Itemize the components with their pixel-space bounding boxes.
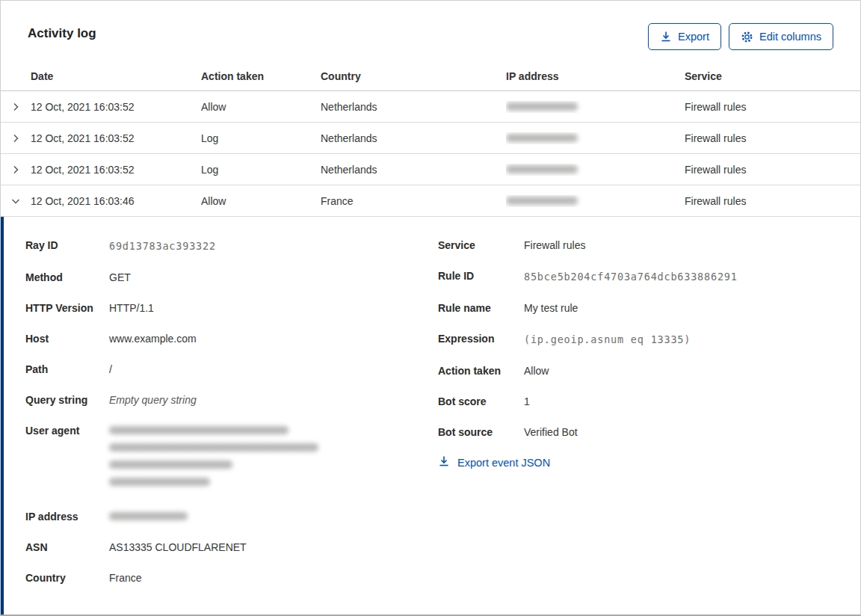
- redacted-ip-blur: [506, 102, 578, 111]
- row-service: Firewall rules: [685, 132, 860, 144]
- export-event-json-link[interactable]: Export event JSON: [438, 455, 550, 469]
- detail-field-bot-score: Bot score 1: [438, 392, 827, 410]
- table-row[interactable]: 12 Oct, 2021 16:03:52 Allow Netherlands …: [1, 91, 860, 123]
- export-button[interactable]: Export: [648, 23, 721, 50]
- bot-source-value: Verified Bot: [524, 423, 578, 441]
- redacted-ip-blur: [506, 134, 578, 142]
- row-ip-redacted: [506, 164, 685, 176]
- action-taken-value: Allow: [524, 362, 549, 380]
- asn-value: AS13335 CLOUDFLARENET: [109, 538, 247, 556]
- detail-field-rule-id: Rule ID 85bce5b204cf4703a764dcb633886291: [438, 267, 827, 286]
- column-header-service: Service: [685, 70, 860, 82]
- event-detail-panel: Ray ID 69d13783ac393322 Method GET HTTP …: [1, 217, 860, 616]
- activity-log-panel: Activity log Export Edit columns: [0, 0, 861, 616]
- download-icon: [660, 31, 672, 43]
- row-service: Firewall rules: [685, 101, 860, 113]
- detail-field-country: Country France: [25, 569, 399, 587]
- row-service: Firewall rules: [685, 195, 860, 207]
- country-value: France: [109, 569, 142, 587]
- detail-field-path: Path /: [25, 360, 399, 378]
- chevron-right-icon[interactable]: [1, 164, 31, 175]
- redacted-ip-blur: [506, 197, 578, 205]
- row-date: 12 Oct, 2021 16:03:52: [31, 164, 201, 176]
- row-country: Netherlands: [321, 101, 506, 113]
- redacted-ip-blur: [109, 512, 188, 520]
- rule-name-value: My test rule: [524, 299, 578, 317]
- export-button-label: Export: [678, 31, 709, 43]
- detail-field-service: Service Firewall rules: [438, 236, 827, 254]
- column-header-ip-address: IP address: [506, 70, 685, 82]
- detail-right-column: Service Firewall rules Rule ID 85bce5b20…: [438, 236, 827, 470]
- detail-field-action-taken: Action taken Allow: [438, 362, 827, 380]
- table-row[interactable]: 12 Oct, 2021 16:03:52 Log Netherlands Fi…: [1, 123, 860, 154]
- row-ip-redacted: [506, 195, 685, 207]
- row-country: Netherlands: [321, 164, 506, 176]
- path-value: /: [109, 360, 112, 378]
- table-header-row: Date Action taken Country IP address Ser…: [1, 62, 860, 91]
- chevron-down-icon[interactable]: [1, 196, 31, 206]
- rule-id-value: 85bce5b204cf4703a764dcb633886291: [524, 267, 742, 286]
- redacted-ip-blur: [506, 165, 578, 173]
- query-string-value: Empty query string: [109, 391, 197, 409]
- column-header-date: Date: [31, 70, 201, 82]
- header-bar: Activity log Export Edit columns: [1, 1, 860, 62]
- expression-value: (ip.geoip.asnum eq 13335): [524, 330, 691, 349]
- export-event-json-label: Export event JSON: [457, 457, 550, 469]
- detail-field-http-version: HTTP Version HTTP/1.1: [25, 299, 399, 317]
- row-action: Log: [201, 164, 321, 176]
- detail-field-rule-name: Rule name My test rule: [438, 299, 827, 317]
- header-actions: Export Edit columns: [648, 23, 833, 50]
- row-date: 12 Oct, 2021 16:03:52: [31, 132, 201, 144]
- row-country: Netherlands: [321, 132, 506, 144]
- row-action: Allow: [201, 101, 321, 113]
- column-header-action-taken: Action taken: [201, 70, 321, 82]
- column-header-country: Country: [321, 70, 506, 82]
- detail-field-ray-id: Ray ID 69d13783ac393322: [25, 236, 399, 256]
- download-icon: [438, 455, 450, 469]
- detail-field-method: Method GET: [25, 268, 399, 286]
- row-country: France: [321, 195, 506, 207]
- detail-field-user-agent: User agent: [25, 422, 399, 495]
- detail-field-expression: Expression (ip.geoip.asnum eq 13335): [438, 330, 827, 349]
- row-ip-redacted: [506, 132, 685, 144]
- detail-field-host: Host www.example.com: [25, 330, 399, 348]
- detail-field-asn: ASN AS13335 CLOUDFLARENET: [25, 538, 399, 556]
- chevron-right-icon[interactable]: [1, 133, 31, 144]
- row-date: 12 Oct, 2021 16:03:46: [31, 195, 201, 207]
- http-version-value: HTTP/1.1: [109, 299, 154, 317]
- page-title: Activity log: [28, 26, 96, 41]
- row-action: Allow: [201, 195, 321, 207]
- detail-field-ip-address: IP address: [25, 508, 399, 526]
- row-action: Log: [201, 132, 321, 144]
- method-value: GET: [109, 268, 131, 286]
- row-ip-redacted: [506, 101, 685, 113]
- table-row-expanded[interactable]: 12 Oct, 2021 16:03:46 Allow France Firew…: [1, 185, 860, 217]
- detail-field-query-string: Query string Empty query string: [25, 391, 399, 409]
- edit-columns-button-label: Edit columns: [759, 31, 821, 43]
- host-value: www.example.com: [109, 330, 197, 348]
- detail-left-column: Ray ID 69d13783ac393322 Method GET HTTP …: [25, 236, 399, 600]
- detail-field-bot-source: Bot source Verified Bot: [438, 423, 827, 441]
- edit-columns-button[interactable]: Edit columns: [729, 23, 833, 50]
- redacted-user-agent-blur: [109, 422, 318, 495]
- service-value: Firewall rules: [524, 236, 585, 254]
- ray-id-value: 69d13783ac393322: [109, 236, 216, 256]
- row-service: Firewall rules: [685, 164, 860, 176]
- table-row[interactable]: 12 Oct, 2021 16:03:52 Log Netherlands Fi…: [1, 154, 860, 185]
- gear-icon: [741, 31, 753, 43]
- row-date: 12 Oct, 2021 16:03:52: [31, 101, 201, 113]
- bot-score-value: 1: [524, 392, 530, 410]
- chevron-right-icon[interactable]: [1, 102, 31, 112]
